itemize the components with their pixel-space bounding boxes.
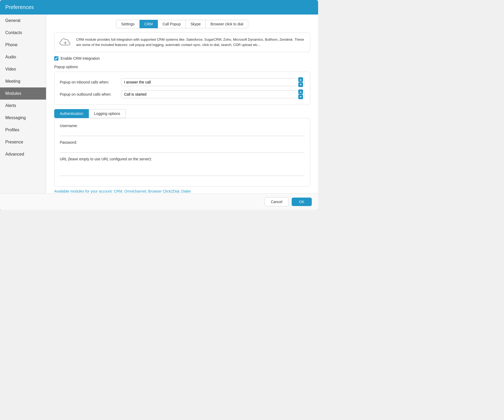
sidebar-item-contacts[interactable]: Contacts — [0, 27, 46, 39]
main-content: Settings CRM Call Popup Skype Browser cl… — [46, 15, 318, 193]
cancel-button[interactable]: Cancel — [265, 197, 288, 206]
password-field: Password: — [60, 140, 305, 153]
outbound-select-wrapper: Call is started Call is answered Never — [121, 90, 305, 98]
inbound-label: Popup on inbound calls when: — [60, 80, 118, 84]
title-bar-title: Preferences — [5, 4, 34, 10]
sidebar-item-phone[interactable]: Phone — [0, 39, 46, 51]
sidebar-item-general[interactable]: General — [0, 15, 46, 27]
cloud-plus-icon — [59, 37, 72, 48]
sub-tab-logging[interactable]: Logging options — [89, 109, 126, 118]
sub-tabs-section: Authentication Logging options Username:… — [54, 109, 310, 186]
sub-tab-authentication[interactable]: Authentication — [54, 109, 89, 118]
enable-crm-label[interactable]: Enable CRM integration — [61, 56, 100, 60]
sidebar-item-advanced[interactable]: Advanced — [0, 148, 46, 160]
sidebar-item-messaging[interactable]: Messaging — [0, 112, 46, 124]
enable-crm-checkbox[interactable] — [54, 56, 58, 60]
username-field: Username: — [60, 124, 305, 136]
outbound-label: Popup on outbound calls when: — [60, 92, 118, 96]
popup-options-box: Popup on inbound calls when: I answer th… — [54, 72, 310, 105]
inbound-popup-row: Popup on inbound calls when: I answer th… — [60, 76, 305, 88]
tab-browser-click-to-dial[interactable]: Browser click to dial — [206, 20, 248, 28]
sidebar-item-modules[interactable]: Modules — [0, 87, 46, 100]
top-tabs: Settings CRM Call Popup Skype Browser cl… — [54, 20, 310, 28]
outbound-select[interactable]: Call is started Call is answered Never — [121, 90, 305, 98]
sidebar-item-video[interactable]: Video — [0, 63, 46, 75]
enable-crm-row: Enable CRM integration — [54, 56, 310, 60]
auth-box: Username: Password: URL (leave empty to … — [54, 118, 310, 186]
outbound-popup-row: Popup on outbound calls when: Call is st… — [60, 88, 305, 100]
popup-options-label: Popup options — [54, 65, 310, 69]
bottom-bar: Cancel OK — [0, 193, 318, 210]
sub-tabs: Authentication Logging options — [54, 109, 310, 118]
url-input[interactable] — [60, 163, 305, 176]
password-input[interactable] — [60, 146, 305, 153]
sidebar-item-profiles[interactable]: Profiles — [0, 124, 46, 136]
inbound-select[interactable]: I answer the call Call is ringing Never — [121, 78, 305, 86]
crm-info-text: CRM module provides full integration wit… — [76, 37, 306, 47]
tab-settings[interactable]: Settings — [116, 20, 140, 28]
username-label: Username: — [60, 124, 305, 128]
title-bar: Preferences — [0, 0, 318, 15]
main-layout: General Contacts Phone Audio Video Meeti… — [0, 15, 318, 193]
inbound-select-wrapper: I answer the call Call is ringing Never — [121, 78, 305, 86]
app-window: Preferences General Contacts Phone Audio… — [0, 0, 318, 210]
available-modules-text: Available modules for your account: CRM,… — [54, 189, 191, 193]
sidebar-item-alerts[interactable]: Alerts — [0, 100, 46, 112]
crm-info-box: CRM module provides full integration wit… — [54, 32, 310, 52]
ok-button[interactable]: OK — [292, 198, 312, 206]
sidebar: General Contacts Phone Audio Video Meeti… — [0, 15, 46, 193]
tab-crm[interactable]: CRM — [140, 20, 158, 28]
sidebar-item-audio[interactable]: Audio — [0, 51, 46, 63]
tab-call-popup[interactable]: Call Popup — [158, 20, 186, 28]
password-label: Password: — [60, 140, 305, 144]
sidebar-item-meeting[interactable]: Meeting — [0, 75, 46, 87]
username-input[interactable] — [60, 129, 305, 136]
tab-skype[interactable]: Skype — [186, 20, 206, 28]
url-label: URL (leave empty to use URL configured o… — [60, 157, 305, 161]
available-modules: Available modules for your account: CRM,… — [54, 186, 310, 193]
sidebar-item-presence[interactable]: Presence — [0, 136, 46, 148]
url-field: URL (leave empty to use URL configured o… — [60, 157, 305, 177]
